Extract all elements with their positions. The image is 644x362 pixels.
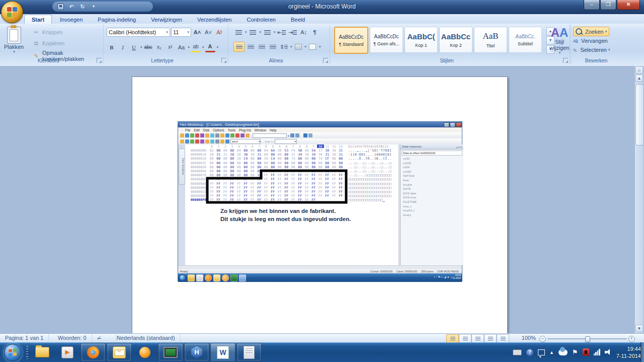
underline-button[interactable]: U [129,43,139,52]
taskbar-firefox-button[interactable] [80,343,106,361]
scroll-up-arrow[interactable]: ▲ [635,75,643,82]
shrink-font-button[interactable]: A˅ [203,28,213,37]
change-case-button[interactable]: Aa [177,43,187,52]
status-language[interactable]: Nederlands (standaard) [112,334,181,343]
style-card-kop-1[interactable]: AaBbC(Kop 1 [405,27,438,53]
font-size-combo[interactable]: 11▾ [171,28,191,37]
network-signal-icon[interactable] [594,349,600,355]
status-word-count[interactable]: Woorden: 0 [53,334,92,343]
restore-button[interactable]: ❐ [600,0,616,10]
hex-byte: 30 [317,153,324,157]
tab-pagina-indeling[interactable]: Pagina-indeling [91,15,143,24]
start-button[interactable] [4,344,22,361]
pilcrow-icon[interactable]: ¶ [310,28,320,37]
outline-view-button[interactable] [484,334,497,343]
volume-icon[interactable] [605,349,612,355]
help-tray-icon[interactable]: ? [526,349,533,356]
antivirus-tray-icon[interactable] [583,348,589,356]
zoom-in-button[interactable]: + [628,336,635,342]
close-button[interactable]: ✕ [617,0,640,10]
style-card-titel[interactable]: AaBTitel [474,27,507,53]
multilevel-list-icon[interactable] [262,28,272,37]
document-page[interactable]: Hex Workshop - [C:\Users\...\Desktop\org… [132,77,508,333]
hex-byte: FF [290,177,297,181]
alinea-dialog-launcher[interactable] [323,58,328,63]
taskbar-notepad-button[interactable] [236,343,262,361]
ruler-toggle-icon[interactable]: ⌸ [635,66,643,74]
align-right-icon[interactable] [257,42,267,51]
tab-beeld[interactable]: Beeld [284,15,312,24]
style-card--standaard[interactable]: AaBbCcDc¶ Standaard [334,27,368,54]
justify-icon[interactable] [268,42,278,51]
document-area[interactable]: Hex Workshop - [C:\Users\...\Desktop\org… [0,66,644,333]
keyboard-tray-icon[interactable] [513,349,522,355]
taskbar-remote-monitor-button[interactable] [158,343,183,361]
tab-verwijzingen[interactable]: Verwijzingen [144,15,189,24]
paste-button[interactable]: Plakken ▾ [4,27,24,54]
increase-indent-icon[interactable]: ⇥ [288,28,298,37]
tab-start[interactable]: Start [24,15,52,24]
taskbar-orange-app-button[interactable] [133,343,157,361]
draft-view-button[interactable] [497,334,509,343]
show-desktop-button[interactable] [640,342,644,362]
office-button[interactable] [1,1,23,23]
web-layout-view-button[interactable] [471,334,484,343]
lettertype-dialog-launcher[interactable] [221,58,226,63]
tray-clock[interactable]: 19:44 7-11-2014 [616,345,641,359]
underline-dropdown[interactable]: ▾ [140,45,142,49]
replace-button[interactable]: ab̲ Vervangen [573,38,608,44]
restore-window-tray-icon[interactable] [538,349,545,355]
highlight-button[interactable]: ab [191,42,201,52]
taskbar-hexworkshop-button[interactable]: H [184,343,209,361]
change-styles-button[interactable]: AA Stijl wijzigen ▾ [549,27,570,55]
clear-formatting-button[interactable]: A̶ᵇ [214,28,224,37]
document-scrollbar[interactable]: ⌸ ▲ ▼ [634,66,643,333]
style-card--geen-afs-[interactable]: AaBbCcDc¶ Geen afs... [370,27,403,53]
bold-button[interactable]: B [107,43,117,52]
action-center-flag-icon[interactable]: ⚑ [572,348,578,356]
strikethrough-button[interactable]: abc [143,43,153,52]
tab-verzendlijsten[interactable]: Verzendlijsten [190,15,239,24]
taskbar-outlook-button[interactable] [107,343,132,361]
status-page-count[interactable]: Pagina: 1 van 1 [0,334,49,343]
grow-font-button[interactable]: A˄ [192,28,202,37]
taskbar-word-button[interactable]: W [210,343,235,361]
taskbar-media-player-button[interactable]: ▶ [55,343,79,361]
superscript-button[interactable]: x² [166,43,176,52]
borders-icon[interactable] [307,42,317,51]
zoom-slider[interactable]: − + [539,336,635,341]
italic-button[interactable]: I [118,43,128,52]
decrease-indent-icon[interactable]: ⇤ [277,28,287,37]
subscript-button[interactable]: x₂ [154,43,165,52]
tab-invoegen[interactable]: Invoegen [53,15,90,24]
print-layout-view-button[interactable] [446,334,459,343]
copy-button[interactable]: ⧉ Kopiëren [31,39,103,48]
fullscreen-view-button[interactable] [459,334,471,343]
line-spacing-icon[interactable]: ⇕ [279,42,289,51]
scroll-down-arrow[interactable]: ▼ [635,325,643,332]
klembord-dialog-launcher[interactable] [97,58,102,63]
cloud-tray-icon[interactable] [558,349,568,355]
numbering-icon[interactable] [248,28,258,37]
taskbar-explorer-button[interactable] [30,343,54,361]
cut-button[interactable]: ✂ Knippen [31,28,103,37]
align-left-icon[interactable] [233,42,245,52]
paste-dropdown-arrow[interactable]: ▾ [13,50,15,54]
font-color-button[interactable]: A [205,42,215,52]
zoom-thumb[interactable] [585,336,590,342]
zoom-out-button[interactable]: − [539,336,546,342]
find-button[interactable]: Zoeken ▾ [573,27,609,36]
tab-controleren[interactable]: Controleren [239,15,282,24]
zoom-level[interactable]: 100% [522,335,536,341]
style-card-subtitel[interactable]: AaBbCc.Subtitel [509,27,542,53]
shading-icon[interactable] [293,42,303,51]
style-card-kop-2[interactable]: AaBbCcKop 2 [439,27,472,53]
font-name-combo[interactable]: Calibri (Hoofdtekst)▾ [107,28,170,37]
minimize-button[interactable]: – [584,0,600,10]
hidden-icons-arrow[interactable]: ▲ [549,350,554,355]
sort-icon[interactable]: A↕ [299,28,309,37]
bullets-icon[interactable] [233,28,244,37]
select-button[interactable]: ⇖ Selecteren ▾ [573,47,610,53]
scrollbar-thumb[interactable] [635,84,644,146]
align-center-icon[interactable] [246,42,256,51]
